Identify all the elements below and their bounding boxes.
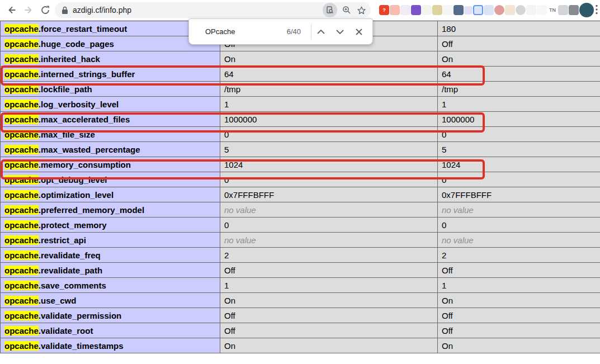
search-highlight: opcache: [4, 175, 39, 185]
table-row: opcache.inherited_hack On On: [1, 51, 600, 67]
directive-suffix: .max_wasted_percentage: [39, 145, 140, 154]
forward-button[interactable]: [20, 2, 37, 18]
extension-icon[interactable]: [390, 5, 400, 15]
extension-icon[interactable]: [422, 5, 432, 15]
directive-suffix: .revalidate_path: [39, 266, 102, 275]
extension-icon[interactable]: TN: [547, 5, 558, 15]
directive-suffix: .log_verbosity_level: [39, 100, 119, 109]
find-close-button[interactable]: [350, 23, 368, 41]
local-value-cell: 1: [220, 97, 438, 112]
local-value-cell: 1024: [220, 157, 438, 172]
find-in-page-icon[interactable]: [323, 3, 337, 17]
search-highlight: opcache: [4, 235, 39, 245]
local-value-cell: no value: [220, 202, 438, 218]
table-row: opcache.optimization_level 0x7FFFBFFF 0x…: [1, 187, 600, 202]
master-value-cell: 1: [438, 278, 600, 293]
local-value-cell: 5: [220, 142, 438, 157]
extension-icon[interactable]: [494, 5, 504, 15]
extension-icon[interactable]: [473, 5, 483, 15]
directive-name-cell: opcache.huge_code_pages: [1, 36, 220, 51]
extension-icon[interactable]: [537, 5, 547, 15]
find-query-input[interactable]: [204, 27, 273, 36]
search-highlight: opcache: [4, 190, 39, 200]
forward-arrow-icon: [23, 5, 34, 15]
master-value-cell: 64: [438, 67, 600, 82]
bookmark-star-icon[interactable]: [354, 3, 368, 17]
chevron-down-icon: [336, 30, 344, 34]
directive-suffix: .max_accelerated_files: [39, 115, 130, 124]
directive-name-cell: opcache.max_file_size: [1, 127, 220, 142]
directive-name-cell: opcache.log_verbosity_level: [1, 97, 220, 112]
local-value-cell: /tmp: [220, 82, 438, 97]
search-highlight: opcache: [4, 160, 39, 169]
table-row: opcache.lockfile_path /tmp /tmp: [1, 82, 600, 97]
local-value-cell: 1000000: [220, 112, 438, 127]
master-value-cell: no value: [438, 202, 600, 218]
search-highlight: opcache: [4, 266, 39, 275]
extension-icon[interactable]: [516, 5, 526, 15]
local-value-cell: 0: [220, 172, 438, 187]
directive-name-cell: opcache.restrict_api: [1, 233, 220, 248]
extension-icon[interactable]: [464, 6, 473, 15]
local-value-cell: 0: [220, 218, 438, 233]
search-highlight: opcache: [4, 54, 39, 64]
extension-icon[interactable]: [443, 5, 453, 15]
directive-suffix: .use_cwd: [39, 296, 77, 305]
directive-name-cell: opcache.preferred_memory_model: [1, 202, 220, 218]
directive-name-cell: opcache.max_wasted_percentage: [1, 142, 220, 157]
menu-icon[interactable]: [593, 4, 600, 16]
search-highlight: opcache: [4, 69, 39, 79]
extension-icon[interactable]: [400, 5, 410, 15]
master-value-cell: 5: [438, 142, 600, 157]
directive-name-cell: opcache.validate_timestamps: [1, 338, 220, 353]
find-previous-button[interactable]: [312, 23, 330, 41]
master-value-cell: 1000000: [438, 112, 600, 127]
master-value-cell: 2: [438, 248, 600, 263]
address-bar[interactable]: azdigi.cf/info.php: [55, 2, 371, 18]
local-value-cell: 64: [220, 67, 438, 82]
local-value-cell: no value: [220, 233, 438, 248]
directive-suffix: .revalidate_freq: [39, 250, 101, 260]
table-row: opcache.interned_strings_buffer 64 64: [1, 67, 600, 82]
table-row: opcache.save_comments 1 1: [1, 278, 600, 293]
extension-icon[interactable]: [411, 5, 421, 15]
extension-icon[interactable]: [453, 5, 464, 15]
extension-icon[interactable]: [569, 5, 579, 15]
zoom-in-icon[interactable]: [339, 3, 354, 17]
directive-suffix: .interned_strings_buffer: [39, 69, 135, 79]
local-value-cell: On: [220, 293, 438, 308]
table-row: opcache.revalidate_path Off Off: [1, 263, 600, 278]
search-highlight: opcache: [4, 145, 39, 154]
search-highlight: opcache: [4, 205, 39, 215]
master-value-cell: 0x7FFFBFFF: [438, 187, 600, 202]
local-value-cell: 2: [220, 248, 438, 263]
back-button[interactable]: [3, 2, 20, 18]
find-bar-divider: [311, 24, 311, 40]
search-highlight: opcache: [4, 39, 39, 49]
extension-icon[interactable]: ?: [379, 5, 389, 15]
table-row: opcache.protect_memory 0 0: [1, 218, 600, 233]
browser-window: azdigi.cf/info.php: [0, 0, 600, 364]
directive-suffix: .optimization_level: [39, 190, 114, 200]
find-match-count: 6/40: [287, 27, 311, 36]
directive-name-cell: opcache.validate_permission: [1, 308, 220, 323]
directive-name-cell: opcache.revalidate_path: [1, 263, 220, 278]
directive-suffix: .huge_code_pages: [39, 39, 114, 49]
extension-icon[interactable]: [432, 5, 442, 15]
directive-name-cell: opcache.opt_debug_level: [1, 172, 220, 187]
extension-icon[interactable]: [526, 5, 536, 15]
chevron-up-icon: [317, 30, 325, 34]
extension-icon[interactable]: [558, 5, 568, 15]
search-highlight: opcache: [4, 250, 39, 260]
find-next-button[interactable]: [331, 23, 349, 41]
url-text[interactable]: azdigi.cf/info.php: [73, 6, 323, 15]
directive-suffix: .inherited_hack: [39, 54, 100, 64]
extension-icon[interactable]: [505, 5, 515, 15]
reload-button[interactable]: [37, 2, 54, 18]
directive-name-cell: opcache.force_restart_timeout: [1, 21, 220, 36]
directive-name-cell: opcache.interned_strings_buffer: [1, 67, 220, 82]
extension-icon[interactable]: [579, 3, 594, 17]
master-value-cell: no value: [438, 233, 600, 248]
table-row: opcache.validate_timestamps On On: [1, 338, 600, 353]
extension-icon[interactable]: [484, 5, 494, 15]
